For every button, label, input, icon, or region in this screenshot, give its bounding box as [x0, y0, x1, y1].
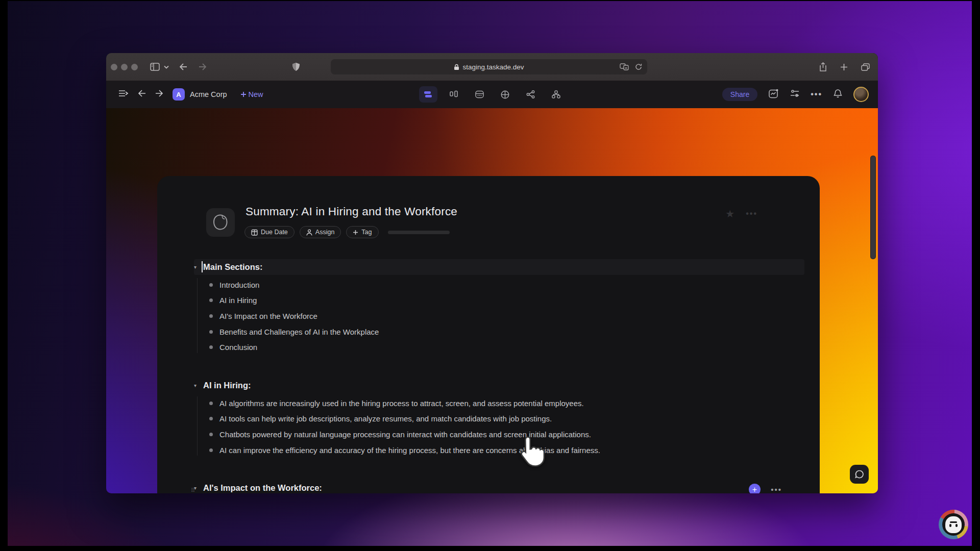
tabs-overview-icon[interactable] — [861, 63, 870, 71]
hand-cursor — [517, 435, 546, 468]
view-switcher — [419, 86, 565, 103]
list-item[interactable]: AI's Impact on the Workforce — [209, 308, 799, 324]
chat-bubble-icon — [854, 469, 865, 480]
add-task-button[interactable]: + — [749, 484, 761, 493]
zoom-window-button[interactable] — [131, 64, 138, 70]
activity-icon[interactable] — [769, 89, 779, 101]
list-item[interactable]: AI algorithms are increasingly used in t… — [209, 395, 799, 411]
share-page-icon[interactable] — [819, 62, 827, 71]
bullet-icon — [209, 330, 213, 334]
list-item-text: Conclusion — [219, 343, 257, 352]
collapse-sidebar-icon[interactable] — [118, 90, 129, 99]
url-text: staging.taskade.dev — [462, 63, 524, 71]
chevron-down-icon[interactable] — [164, 65, 169, 69]
filter-settings-icon[interactable] — [790, 89, 799, 99]
reload-icon[interactable] — [635, 63, 642, 70]
browser-window: staging.taskade.dev — [106, 53, 878, 493]
bullet-icon — [209, 433, 213, 436]
lock-icon — [454, 64, 459, 70]
address-bar[interactable]: staging.taskade.dev — [331, 59, 647, 74]
app-toolbar: A Acme Corp New — [106, 81, 878, 108]
document-card: Summary: AI in Hiring and the Workforce … — [157, 176, 820, 493]
tab-table-view[interactable] — [496, 86, 514, 103]
tab-mindmap-view[interactable] — [521, 86, 540, 103]
bullet-icon — [209, 345, 213, 349]
list-item-text: AI algorithms are increasingly used in t… — [219, 399, 584, 408]
bullet-icon — [209, 314, 213, 318]
app-forward-icon[interactable] — [155, 90, 163, 99]
favorite-star-icon[interactable]: ★ — [725, 208, 734, 220]
collapse-triangle-icon[interactable]: ▾ — [194, 383, 203, 388]
list-item[interactable]: Benefits and Challenges of AI in the Wor… — [209, 324, 799, 340]
list-item[interactable]: Conclusion — [209, 339, 799, 355]
browser-chrome: staging.taskade.dev — [106, 53, 878, 81]
scrollbar-thumb[interactable] — [870, 156, 876, 259]
document-meta: Due Date Assign Tag — [244, 226, 450, 238]
list-item-text: AI's Impact on the Workforce — [219, 312, 317, 320]
bullet-icon — [209, 283, 213, 287]
section-heading-row[interactable]: ▾AI's Impact on the Workforce: — [194, 480, 799, 493]
document-more-icon[interactable]: ••• — [746, 209, 757, 218]
traffic-lights — [106, 64, 138, 70]
section-heading[interactable]: Main Sections: — [203, 262, 262, 272]
assign-button[interactable]: Assign — [300, 226, 341, 238]
list-item[interactable]: Introduction — [209, 277, 799, 293]
task-more-icon[interactable]: ••• — [771, 485, 782, 493]
notifications-bell-icon[interactable] — [834, 89, 842, 101]
list-item-text: Introduction — [219, 281, 259, 289]
back-button[interactable] — [179, 63, 187, 70]
person-icon — [306, 229, 312, 236]
translate-icon[interactable] — [620, 63, 629, 70]
new-tab-icon[interactable] — [840, 63, 848, 71]
close-window-button[interactable] — [111, 64, 117, 70]
shield-icon[interactable] — [292, 62, 300, 71]
screen: staging.taskade.dev — [0, 0, 980, 551]
workspace-avatar[interactable]: A — [173, 88, 185, 101]
add-tag-button[interactable]: Tag — [346, 226, 378, 238]
outline-section: ▾Main Sections:IntroductionAI in HiringA… — [194, 259, 799, 355]
sidebar-toggle-icon[interactable] — [150, 63, 160, 71]
section-heading-row[interactable]: ▾AI in Hiring: — [194, 378, 799, 393]
sections: ▾Main Sections:IntroductionAI in HiringA… — [194, 259, 799, 493]
section-heading[interactable]: AI in Hiring: — [203, 381, 251, 390]
outline-section: ▾AI in Hiring:AI algorithms are increasi… — [194, 378, 799, 458]
plus-icon — [240, 91, 247, 97]
list-item[interactable]: AI tools can help write job descriptions… — [209, 411, 799, 427]
tab-org-chart-view[interactable] — [547, 86, 565, 103]
new-project-button[interactable]: New — [240, 90, 263, 98]
document-icon[interactable] — [206, 208, 235, 237]
minimize-window-button[interactable] — [121, 64, 128, 70]
progress-bar — [388, 231, 450, 234]
list-item-text: AI in Hiring — [219, 296, 257, 305]
list-item[interactable]: Chatbots powered by natural language pro… — [209, 427, 799, 442]
share-button[interactable]: Share — [722, 88, 757, 101]
drag-handle-icon[interactable]: ⠿ — [191, 489, 197, 492]
list-item-text: AI tools can help write job descriptions… — [219, 414, 552, 423]
bullet-icon — [209, 402, 213, 405]
due-date-button[interactable]: Due Date — [244, 226, 295, 238]
document-title[interactable]: Summary: AI in Hiring and the Workforce — [246, 205, 457, 218]
outline-section: ▾AI's Impact on the Workforce:AI has the… — [194, 480, 799, 493]
tab-calendar-view[interactable] — [470, 86, 488, 103]
list-item[interactable]: AI in Hiring — [209, 293, 799, 309]
mascot-logo — [939, 510, 968, 539]
chat-bubble-button[interactable] — [850, 465, 869, 484]
section-heading-row[interactable]: ▾Main Sections: — [194, 259, 804, 275]
app-back-icon[interactable] — [138, 90, 146, 99]
workspace-name[interactable]: Acme Corp — [190, 90, 227, 98]
bullet-icon — [209, 298, 213, 302]
bullet-icon — [209, 417, 213, 420]
page-background: Summary: AI in Hiring and the Workforce … — [106, 108, 878, 493]
bullet-icon — [209, 448, 213, 452]
list-item[interactable]: AI can improve the efficiency and accura… — [209, 442, 799, 458]
forward-button[interactable] — [199, 63, 207, 70]
user-avatar[interactable] — [853, 87, 869, 102]
section-heading[interactable]: AI's Impact on the Workforce: — [203, 483, 322, 493]
more-options-icon[interactable]: ••• — [811, 90, 822, 99]
list-item-text: Benefits and Challenges of AI in the Wor… — [219, 328, 379, 336]
tab-list-view[interactable] — [419, 86, 437, 103]
calendar-icon — [251, 229, 258, 236]
plus-icon — [353, 230, 358, 235]
tab-board-view[interactable] — [445, 86, 463, 103]
